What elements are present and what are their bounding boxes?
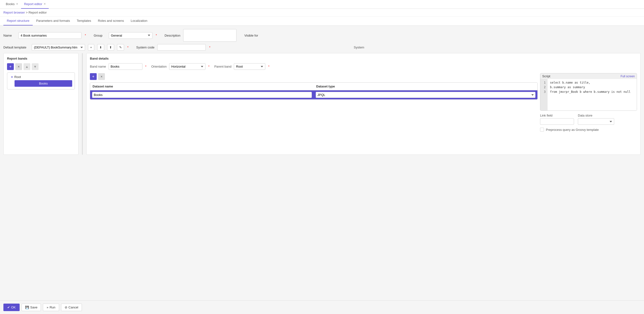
root-arrow: ▼ bbox=[11, 76, 13, 78]
band-header-row: Band name * Orientation Horizontal Verti… bbox=[90, 63, 637, 70]
edit-template-btn[interactable]: ✎ bbox=[117, 44, 124, 51]
default-template-select[interactable]: (DEFAULT) BookSummary.htm bbox=[32, 44, 85, 51]
name-row: Name * Group General Reports Other * Des… bbox=[4, 29, 640, 42]
sub-nav-report-structure[interactable]: Report structure bbox=[4, 16, 33, 26]
link-field-label: Link field bbox=[540, 114, 574, 117]
tab-books-label: Books bbox=[6, 2, 14, 6]
parent-band-select[interactable]: Root bbox=[234, 63, 265, 70]
remove-band-btn[interactable]: × bbox=[15, 63, 22, 70]
move-band-up-btn[interactable]: ▲ bbox=[24, 63, 30, 70]
add-band-btn[interactable]: + bbox=[7, 63, 14, 70]
band-item-books[interactable]: Books bbox=[14, 80, 72, 87]
sub-nav-roles-screens[interactable]: Roles and screens bbox=[94, 16, 128, 26]
tab-books[interactable]: Books ✕ bbox=[3, 0, 21, 9]
full-screen-link[interactable]: Full screen bbox=[620, 74, 635, 78]
link-field-input[interactable] bbox=[540, 118, 574, 125]
tab-report-editor-close[interactable]: ✕ bbox=[44, 2, 46, 6]
band-tree: ▼ Root Books bbox=[7, 72, 75, 90]
description-label: Description bbox=[164, 34, 180, 37]
extra-fields-row: Link field Data store bbox=[540, 114, 637, 125]
orientation-required: * bbox=[208, 65, 210, 68]
bottom-bar: ✔ OK 💾 Save » Run ⊘ Cancel bbox=[0, 300, 644, 303]
sub-nav: Report structure Parameters and formats … bbox=[0, 16, 644, 26]
name-label: Name bbox=[4, 34, 16, 37]
system-label: System bbox=[354, 46, 364, 49]
data-store-select[interactable] bbox=[578, 118, 614, 125]
band-details-panel: Band details Band name * Orientation Hor… bbox=[86, 53, 640, 155]
band-details-title: Band details bbox=[90, 57, 637, 60]
visible-for-label: Visible for bbox=[244, 34, 258, 37]
data-store-label: Data store bbox=[578, 114, 614, 117]
root-label: Root bbox=[14, 75, 21, 79]
breadcrumb: Report browser > Report editor bbox=[0, 9, 644, 16]
system-code-required-star: * bbox=[209, 46, 210, 49]
orientation-select[interactable]: Horizontal Vertical bbox=[169, 63, 206, 70]
description-textarea[interactable] bbox=[183, 29, 236, 42]
dataset-name-cell bbox=[90, 90, 314, 99]
preprocess-checkbox[interactable] bbox=[540, 128, 544, 132]
root-node: ▼ Root bbox=[10, 75, 72, 79]
sub-nav-templates[interactable]: Templates bbox=[74, 16, 94, 26]
code-content[interactable]: select b.name as title, b.summary as sum… bbox=[548, 79, 637, 110]
name-input[interactable] bbox=[18, 32, 82, 39]
sub-nav-localization[interactable]: Localization bbox=[128, 16, 151, 26]
sub-nav-parameters-formats[interactable]: Parameters and formats bbox=[33, 16, 73, 26]
tabs-bar: Books ✕ Report editor ✕ bbox=[0, 0, 644, 9]
col-header-dataset-name: Dataset name bbox=[90, 82, 314, 90]
dataset-type-cell: JPQL SQL Groovy bbox=[314, 90, 538, 99]
group-required-star: * bbox=[156, 34, 157, 37]
remove-dataset-btn[interactable]: × bbox=[98, 73, 105, 80]
band-item-container: Books bbox=[10, 80, 72, 87]
parent-band-label: Parent band bbox=[214, 65, 232, 68]
add-dataset-btn[interactable]: + bbox=[90, 73, 97, 80]
band-name-label: Band name bbox=[90, 65, 106, 68]
add-template-btn[interactable]: + bbox=[88, 44, 94, 51]
orientation-label: Orientation bbox=[151, 65, 167, 68]
report-bands-toolbar: + × ▲ ▼ bbox=[7, 63, 75, 70]
dataset-table-header: Dataset name Dataset type bbox=[90, 82, 538, 90]
line-no-1: 1 bbox=[542, 80, 546, 85]
dataset-type-select[interactable]: JPQL SQL Groovy bbox=[316, 92, 536, 98]
download-template-btn[interactable]: ⬇ bbox=[97, 44, 104, 51]
tab-books-close[interactable]: ✕ bbox=[16, 2, 18, 6]
script-header: Script Full screen bbox=[540, 74, 637, 79]
report-bands-panel: Report bands + × ▲ ▼ ▼ Root Books bbox=[4, 53, 78, 155]
report-bands-title: Report bands bbox=[7, 57, 75, 60]
line-no-3: 3 bbox=[542, 90, 546, 94]
band-details-content: + × Dataset name Dataset type bbox=[90, 73, 637, 132]
default-template-label: Default template bbox=[4, 46, 29, 49]
dataset-section: + × Dataset name Dataset type bbox=[90, 73, 538, 132]
line-numbers: 1 2 3 bbox=[540, 79, 548, 110]
default-template-row: Default template (DEFAULT) BookSummary.h… bbox=[4, 44, 640, 51]
breadcrumb-separator: > bbox=[26, 11, 28, 14]
col-header-dataset-type: Dataset type bbox=[314, 82, 538, 90]
breadcrumb-parent[interactable]: Report browser bbox=[4, 11, 25, 14]
system-code-label: System code bbox=[136, 46, 154, 49]
data-store-group: Data store bbox=[578, 114, 614, 125]
preprocess-row: Preprocess query as Groovy template bbox=[540, 128, 637, 132]
dataset-name-input[interactable] bbox=[92, 92, 312, 98]
system-code-input[interactable] bbox=[157, 44, 206, 51]
band-name-required: * bbox=[145, 65, 146, 68]
main-content: Name * Group General Reports Other * Des… bbox=[0, 26, 644, 303]
move-band-down-btn[interactable]: ▼ bbox=[32, 63, 38, 70]
panels: Report bands + × ▲ ▼ ▼ Root Books Band bbox=[4, 53, 640, 155]
link-field-group: Link field bbox=[540, 114, 574, 125]
name-required-star: * bbox=[85, 34, 86, 37]
script-section: Script Full screen 1 2 3 select b.name a… bbox=[540, 73, 637, 132]
breadcrumb-current: Report editor bbox=[28, 11, 47, 14]
band-name-input[interactable] bbox=[108, 63, 142, 70]
parent-band-required: * bbox=[268, 65, 270, 68]
script-editor-box: Script Full screen 1 2 3 select b.name a… bbox=[540, 73, 637, 111]
group-label: Group bbox=[94, 34, 106, 37]
script-label: Script bbox=[542, 74, 550, 78]
script-editor[interactable]: 1 2 3 select b.name as title, b.summary … bbox=[540, 79, 637, 110]
group-select[interactable]: General Reports Other bbox=[109, 32, 152, 39]
preprocess-label: Preprocess query as Groovy template bbox=[546, 128, 599, 132]
tab-report-editor[interactable]: Report editor ✕ bbox=[21, 0, 49, 9]
dataset-row-0[interactable]: JPQL SQL Groovy bbox=[90, 90, 538, 99]
default-template-required-star: * bbox=[128, 46, 129, 49]
tab-report-editor-label: Report editor bbox=[24, 2, 42, 6]
dataset-table: Dataset name Dataset type JPQL SQL bbox=[90, 82, 538, 100]
upload-template-btn[interactable]: ⬆ bbox=[107, 44, 114, 51]
